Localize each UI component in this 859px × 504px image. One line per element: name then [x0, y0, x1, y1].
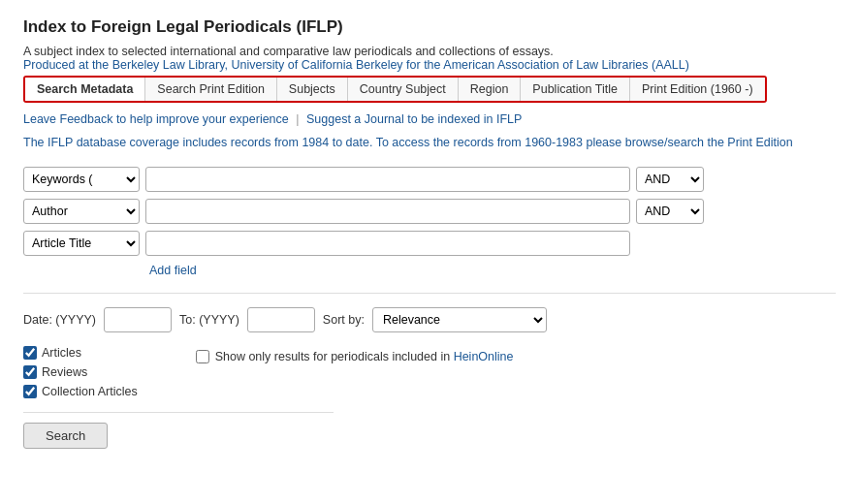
date-to-label: To: (YYYY)	[179, 313, 239, 327]
checkbox-articles[interactable]	[23, 346, 37, 360]
checkboxes-section: ArticlesReviewsCollection Articles Show …	[23, 346, 836, 398]
checkbox-reviews[interactable]	[23, 365, 37, 379]
sort-select[interactable]: RelevanceDate AscendingDate DescendingTi…	[372, 307, 547, 332]
tab-country-subject[interactable]: Country Subject	[348, 78, 459, 101]
leave-feedback-link[interactable]: Leave Feedback to help improve your expe…	[23, 112, 289, 126]
sort-label: Sort by:	[323, 313, 365, 327]
tab-subjects[interactable]: Subjects	[277, 78, 348, 101]
text-input-1[interactable]	[145, 167, 630, 192]
checkbox-item-collection-articles: Collection Articles	[23, 385, 138, 398]
field-select-3[interactable]: Keywords (AuthorArticle TitleSubjectJour…	[23, 231, 140, 256]
add-field-link[interactable]: Add field	[149, 264, 197, 277]
checkbox-label-reviews: Reviews	[42, 365, 87, 379]
bool-select-1[interactable]: ANDORNOT	[636, 167, 704, 192]
hein-checkbox-wrapper: Show only results for periodicals includ…	[196, 346, 514, 363]
tab-print-edition[interactable]: Print Edition (1960 -)	[630, 78, 765, 101]
search-row-1: Keywords (AuthorArticle TitleSubjectJour…	[23, 167, 836, 192]
text-input-2[interactable]	[145, 199, 630, 224]
date-to-input[interactable]	[247, 307, 315, 332]
date-from-label: Date: (YYYY)	[23, 313, 96, 327]
tab-nav: Search MetadataSearch Print EditionSubje…	[23, 76, 767, 103]
search-row-2: Keywords (AuthorArticle TitleSubjectJour…	[23, 199, 836, 224]
search-row-3: Keywords (AuthorArticle TitleSubjectJour…	[23, 231, 836, 256]
hein-checkbox[interactable]	[196, 350, 209, 363]
suggest-journal-link[interactable]: Suggest a Journal to be indexed in IFLP	[306, 112, 522, 126]
coverage-line: The IFLP database coverage includes reco…	[23, 136, 836, 149]
checkbox-label-articles: Articles	[42, 346, 81, 360]
tab-search-metadata[interactable]: Search Metadata	[25, 78, 145, 101]
text-input-3[interactable]	[145, 231, 630, 256]
checkbox-collection-articles[interactable]	[23, 385, 37, 398]
checkbox-item-articles: Articles	[23, 346, 138, 360]
berkeley-link[interactable]: Produced at the Berkeley Law Library, Un…	[23, 58, 689, 72]
checkbox-label-collection-articles: Collection Articles	[42, 385, 138, 398]
date-sort-row: Date: (YYYY) To: (YYYY) Sort by: Relevan…	[23, 307, 836, 332]
divider-1	[23, 293, 836, 294]
date-from-input[interactable]	[104, 307, 172, 332]
field-select-1[interactable]: Keywords (AuthorArticle TitleSubjectJour…	[23, 167, 140, 192]
feedback-line: Leave Feedback to help improve your expe…	[23, 112, 836, 126]
field-select-2[interactable]: Keywords (AuthorArticle TitleSubjectJour…	[23, 199, 140, 224]
search-button[interactable]: Search	[23, 423, 108, 449]
divider-2	[23, 412, 334, 413]
search-form: Keywords (AuthorArticle TitleSubjectJour…	[23, 167, 836, 277]
page-title: Index to Foreign Legal Periodicals (IFLP…	[23, 17, 836, 37]
tab-publication-title[interactable]: Publication Title	[521, 78, 630, 101]
page-description: A subject index to selected internationa…	[23, 45, 836, 72]
checkbox-item-reviews: Reviews	[23, 365, 138, 379]
tab-search-print[interactable]: Search Print Edition	[145, 78, 276, 101]
hein-label: Show only results for periodicals includ…	[215, 350, 514, 363]
heinonline-link[interactable]: HeinOnline	[454, 350, 514, 363]
tab-region[interactable]: Region	[459, 78, 522, 101]
bool-select-2[interactable]: ANDORNOT	[636, 199, 704, 224]
content-type-checkboxes: ArticlesReviewsCollection Articles	[23, 346, 138, 398]
